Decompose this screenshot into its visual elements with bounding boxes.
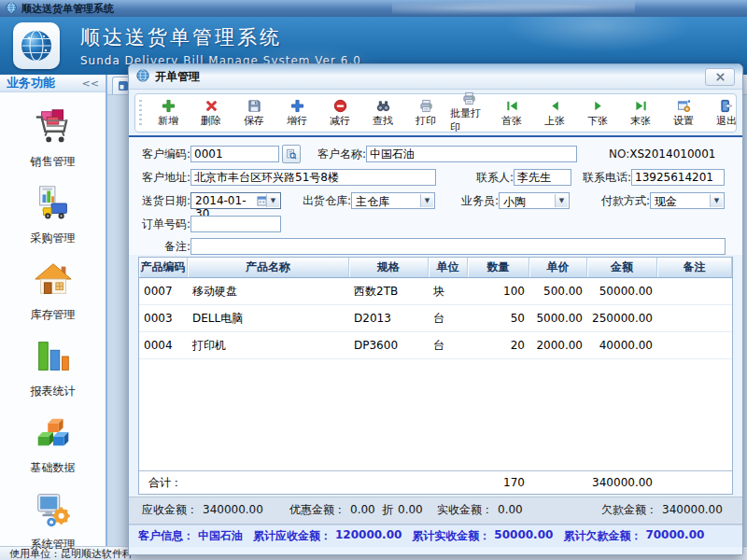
chart-icon (32, 335, 75, 382)
find-icon (376, 99, 390, 113)
toolbar-button-new[interactable]: 新增 (147, 99, 190, 128)
order-no-input[interactable] (190, 216, 281, 232)
warehouse-select[interactable]: 主仓库 ▼ (351, 192, 435, 209)
toolbar-button-next[interactable]: 下张 (576, 99, 619, 128)
sidebar-item-purchase[interactable]: 采购管理 (31, 182, 76, 246)
table-row[interactable]: 0003DELL电脑D2013台505000.00250000.00 (139, 305, 732, 332)
address-input[interactable] (190, 169, 436, 186)
column-header[interactable]: 单价 (529, 258, 587, 277)
toolbar-button-prev[interactable]: 上张 (533, 99, 576, 128)
delete-icon (204, 99, 218, 113)
toolbar-button-add-row[interactable]: 增行 (275, 99, 318, 128)
customer-name-input[interactable] (366, 146, 577, 162)
column-header[interactable]: 单位 (429, 258, 468, 277)
next-icon (591, 99, 605, 113)
grid-body: 0007移动硬盘西数2TB块100500.0050000.000003DELL电… (139, 278, 732, 470)
address-label: 客户地址: (136, 170, 190, 186)
table-cell: 500.00 (529, 278, 587, 304)
column-header[interactable]: 数量 (468, 258, 529, 277)
bill-no-value: XS2014010001 (629, 147, 715, 161)
delivery-date-label: 送货日期: (136, 193, 190, 209)
warehouse-value: 主仓库 (356, 195, 389, 208)
total-qty: 170 (468, 471, 529, 494)
customer-code-input[interactable] (190, 146, 279, 162)
toolbar-button-label: 批量打印 (450, 106, 487, 134)
chevron-down-icon: ▼ (420, 194, 433, 207)
customer-info-bar: 客户信息： 中国石油 累计应收金额： 120000.00 累计实收金额： 500… (129, 525, 742, 547)
table-cell: 0007 (139, 278, 188, 304)
toolbar-button-last[interactable]: 末张 (619, 99, 662, 128)
toolbar-button-exit[interactable]: 退出 (705, 99, 747, 128)
sidebar-item-reports[interactable]: 报表统计 (31, 335, 76, 399)
column-header[interactable]: 产品名称 (188, 258, 349, 277)
total-arrears-value: 70000.00 (645, 528, 704, 544)
toolbar-button-save[interactable]: 保存 (233, 99, 275, 128)
contact-input[interactable] (514, 169, 571, 186)
phone-input[interactable] (631, 169, 725, 186)
table-cell (657, 332, 732, 358)
cart-icon (32, 105, 75, 152)
toolbar-button-print[interactable]: 打印 (404, 99, 447, 128)
toolbar-button-batch-print[interactable]: 批量打印 (447, 91, 490, 134)
received-label: 实收金额： (437, 502, 493, 518)
chevron-down-icon: ▼ (266, 194, 279, 207)
add-row-icon (290, 99, 304, 113)
sidebar-item-sales[interactable]: 销售管理 (31, 105, 76, 170)
table-cell: 50 (468, 305, 529, 331)
exit-icon (720, 99, 734, 113)
sidebar-item-base-data[interactable]: 基础数据 (31, 412, 76, 476)
column-header[interactable]: 产品编码 (139, 258, 188, 277)
payment-select[interactable]: 现金 ▼ (650, 192, 725, 209)
sidebar-collapse-button[interactable]: << (82, 77, 99, 90)
table-row[interactable]: 0004打印机DP3600台202000.0040000.00 (139, 332, 732, 359)
bill-no-label: NO: (609, 147, 629, 161)
table-row[interactable]: 0007移动硬盘西数2TB块100500.0050000.00 (139, 278, 732, 305)
table-cell: 100 (468, 278, 529, 304)
receivable-label: 应收金额： (142, 502, 198, 518)
toolbar-button-delete[interactable]: 删除 (190, 99, 233, 128)
bill-form: 客户编码: 客户名称: NO: XS2014010001 客户地址: 联系人: (129, 137, 742, 255)
toolbar-button-settings[interactable]: 设置 (662, 99, 705, 128)
sidebar-item-inventory[interactable]: 库存管理 (31, 259, 76, 323)
total-cell (188, 471, 349, 494)
column-header[interactable]: 备注 (657, 258, 732, 277)
os-window-title: 顺达送货单管理系统 (21, 2, 114, 16)
app-globe-icon (6, 2, 17, 16)
column-header[interactable]: 规格 (349, 258, 429, 277)
total-received-label: 累计实收金额： (412, 528, 490, 544)
total-cell (429, 471, 468, 494)
sidebar-title: 业务功能 (7, 75, 55, 91)
table-cell: 0003 (139, 305, 188, 331)
salesman-select[interactable]: 小陶 ▼ (499, 192, 570, 209)
grid-header: 产品编码产品名称规格单位数量单价金额备注 (139, 258, 732, 278)
toolbar-button-label: 查找 (373, 114, 393, 128)
close-button[interactable] (705, 68, 735, 86)
sidebar-item-system[interactable]: 系统管理 (31, 488, 76, 553)
chevron-down-icon: ▼ (555, 194, 568, 207)
table-cell: DELL电脑 (188, 305, 349, 331)
toolbar-button-first[interactable]: 首张 (490, 99, 533, 128)
customer-code-label: 客户编码: (136, 147, 190, 162)
receivable-value: 340000.00 (203, 503, 263, 516)
settings-icon (677, 99, 691, 113)
column-header[interactable]: 金额 (587, 258, 657, 277)
table-cell: 5000.00 (529, 305, 587, 331)
grid-total-row: 合计：170340000.00 (139, 470, 732, 494)
product-grid: 产品编码产品名称规格单位数量单价金额备注 0007移动硬盘西数2TB块10050… (138, 257, 733, 495)
payment-value: 现金 (655, 195, 677, 208)
delivery-date-picker[interactable]: 2014-01-30 ▼ (190, 192, 281, 209)
batch-print-icon (462, 91, 476, 105)
salesman-label: 业务员: (456, 193, 499, 209)
arrears-value: 340000.00 (662, 503, 723, 516)
toolbar-button-remove-row[interactable]: 减行 (318, 99, 361, 128)
toolbar-button-find[interactable]: 查找 (361, 99, 404, 128)
total-cell (657, 471, 732, 494)
table-cell: 50000.00 (587, 278, 657, 304)
remark-input[interactable] (190, 238, 726, 255)
first-icon (505, 99, 519, 113)
table-cell: 块 (429, 278, 468, 304)
customer-lookup-button[interactable] (282, 145, 301, 163)
toolbar-button-label: 上张 (544, 114, 565, 128)
prev-icon (548, 99, 562, 113)
total-receivable-label: 累计应收金额： (253, 528, 331, 544)
